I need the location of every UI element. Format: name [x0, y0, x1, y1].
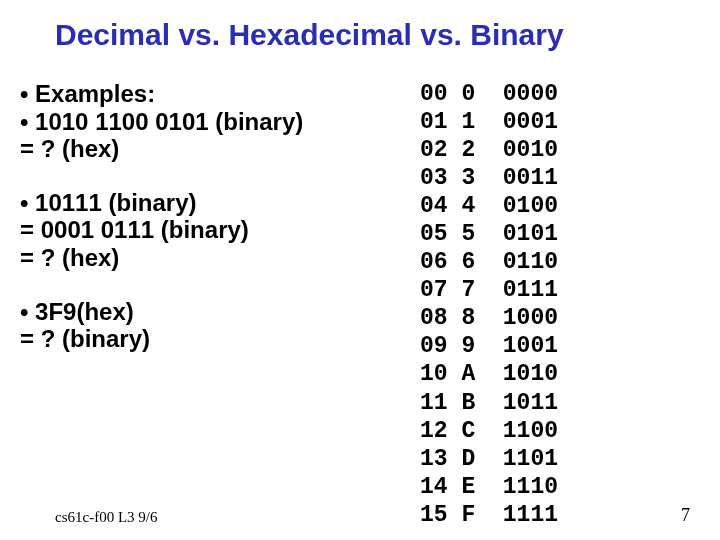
slide: Decimal vs. Hexadecimal vs. Binary • Exa…	[0, 0, 720, 540]
ex2-line1: • 10111 (binary)	[20, 189, 400, 217]
ex2-line3: = ? (hex)	[20, 244, 400, 272]
example-3: • 3F9(hex) = ? (binary)	[20, 298, 400, 353]
ex1-line2: = ? (hex)	[20, 135, 400, 163]
page-number: 7	[681, 505, 690, 526]
ex1-line1: • 1010 1100 0101 (binary)	[20, 108, 400, 136]
conversion-table: 00 0 0000 01 1 0001 02 2 0010 03 3 0011 …	[420, 80, 558, 529]
example-2: • 10111 (binary) = 0001 0111 (binary) = …	[20, 189, 400, 272]
ex3-line1: • 3F9(hex)	[20, 298, 400, 326]
body-text: • Examples: • 1010 1100 0101 (binary) = …	[20, 80, 400, 379]
examples-heading: • Examples:	[20, 80, 400, 108]
ex2-line2: = 0001 0111 (binary)	[20, 216, 400, 244]
ex3-line2: = ? (binary)	[20, 325, 400, 353]
footer-course: cs61c-f00 L3 9/6	[55, 509, 157, 526]
slide-title: Decimal vs. Hexadecimal vs. Binary	[55, 18, 700, 52]
example-1: • Examples: • 1010 1100 0101 (binary) = …	[20, 80, 400, 163]
